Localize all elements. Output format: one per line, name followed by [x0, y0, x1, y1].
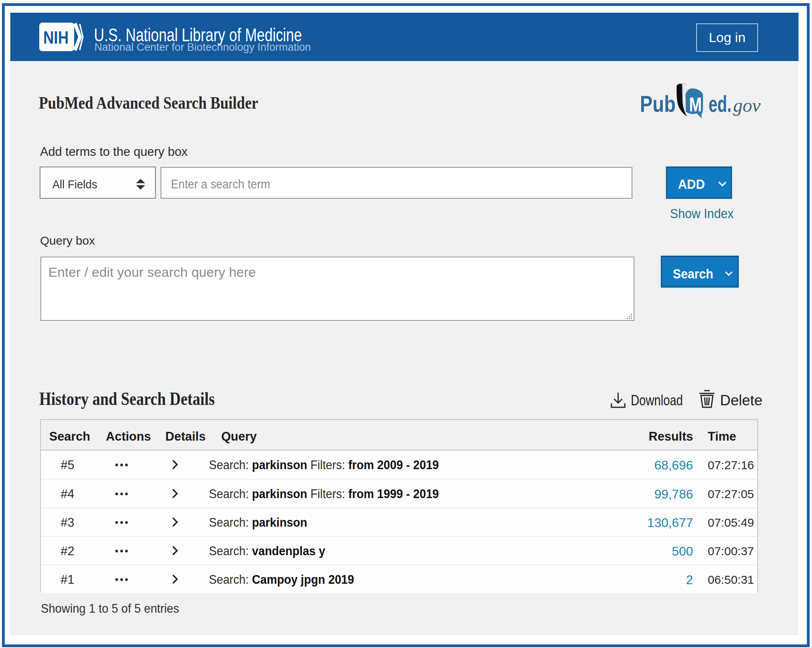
svg-text:ed.: ed.: [709, 91, 732, 117]
svg-text:M: M: [689, 94, 702, 116]
svg-text:Pub: Pub: [640, 91, 676, 117]
svg-text:NIH: NIH: [43, 27, 69, 48]
svg-text:gov: gov: [733, 95, 761, 116]
